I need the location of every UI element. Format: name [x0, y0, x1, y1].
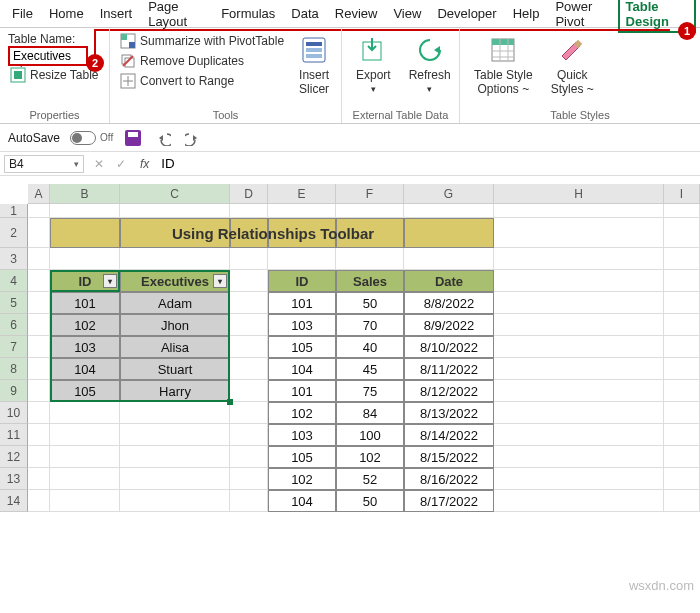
menu-developer[interactable]: Developer [429, 2, 504, 25]
cell-E11[interactable]: 103 [268, 424, 336, 446]
save-button[interactable] [123, 128, 143, 148]
menu-home[interactable]: Home [41, 2, 92, 25]
cell-E8[interactable]: 104 [268, 358, 336, 380]
row-header-12[interactable]: 12 [0, 446, 28, 468]
export-button[interactable]: Export ▾ [350, 32, 397, 107]
convert-range-button[interactable]: Convert to Range [118, 72, 286, 90]
cell-E12[interactable]: 105 [268, 446, 336, 468]
col-header-F[interactable]: F [336, 184, 404, 204]
col-header-I[interactable]: I [664, 184, 700, 204]
cell-A5[interactable] [28, 292, 50, 314]
cell-I14[interactable] [664, 490, 700, 512]
fx-enter-icon[interactable]: ✓ [110, 157, 132, 171]
cell-C13[interactable] [120, 468, 230, 490]
cell-G10[interactable]: 8/13/2022 [404, 402, 494, 424]
menu-insert[interactable]: Insert [92, 2, 141, 25]
cell-I3[interactable] [664, 248, 700, 270]
cell-H9[interactable] [494, 380, 664, 402]
name-box[interactable]: B4 ▾ [4, 155, 84, 173]
cell-G11[interactable]: 8/14/2022 [404, 424, 494, 446]
cell-C7[interactable]: Alisa [120, 336, 230, 358]
cell-H6[interactable] [494, 314, 664, 336]
cell-G7[interactable]: 8/10/2022 [404, 336, 494, 358]
cell-A11[interactable] [28, 424, 50, 446]
cell-I2[interactable] [664, 218, 700, 248]
row-header-13[interactable]: 13 [0, 468, 28, 490]
row-header-5[interactable]: 5 [0, 292, 28, 314]
cell-D12[interactable] [230, 446, 268, 468]
cell-G3[interactable] [404, 248, 494, 270]
cell-H1[interactable] [494, 204, 664, 218]
cell-A3[interactable] [28, 248, 50, 270]
cell-E13[interactable]: 102 [268, 468, 336, 490]
cell-A6[interactable] [28, 314, 50, 336]
cell-A10[interactable] [28, 402, 50, 424]
cell-H10[interactable] [494, 402, 664, 424]
menu-file[interactable]: File [4, 2, 41, 25]
cell-E14[interactable]: 104 [268, 490, 336, 512]
row-header-10[interactable]: 10 [0, 402, 28, 424]
cell-E7[interactable]: 105 [268, 336, 336, 358]
cell-F14[interactable]: 50 [336, 490, 404, 512]
cell-E10[interactable]: 102 [268, 402, 336, 424]
cell-A7[interactable] [28, 336, 50, 358]
row-header-14[interactable]: 14 [0, 490, 28, 512]
fill-handle[interactable] [227, 399, 233, 405]
cell-I9[interactable] [664, 380, 700, 402]
cell-B5[interactable]: 101 [50, 292, 120, 314]
menu-review[interactable]: Review [327, 2, 386, 25]
row-header-8[interactable]: 8 [0, 358, 28, 380]
row-header-11[interactable]: 11 [0, 424, 28, 446]
cell-A12[interactable] [28, 446, 50, 468]
cell-D14[interactable] [230, 490, 268, 512]
menu-formulas[interactable]: Formulas [213, 2, 283, 25]
row-header-2[interactable]: 2 [0, 218, 28, 248]
menu-help[interactable]: Help [505, 2, 548, 25]
col-header-B[interactable]: B [50, 184, 120, 204]
col-header-H[interactable]: H [494, 184, 664, 204]
cell-B14[interactable] [50, 490, 120, 512]
cell-B9[interactable]: 105 [50, 380, 120, 402]
menu-view[interactable]: View [385, 2, 429, 25]
filter-dropdown-icon[interactable]: ▾ [103, 274, 117, 288]
cell-D7[interactable] [230, 336, 268, 358]
cell-F4[interactable]: Sales [336, 270, 404, 292]
cell-G5[interactable]: 8/8/2022 [404, 292, 494, 314]
cell-E6[interactable]: 103 [268, 314, 336, 336]
cell-B13[interactable] [50, 468, 120, 490]
cell-D5[interactable] [230, 292, 268, 314]
cell-D3[interactable] [230, 248, 268, 270]
cell-H2[interactable] [494, 218, 664, 248]
table-name-input[interactable] [8, 46, 88, 66]
grid[interactable]: Using Relationships ToolbarID▾Executives… [28, 204, 700, 512]
cell-E3[interactable] [268, 248, 336, 270]
cell-F12[interactable]: 102 [336, 446, 404, 468]
cell-H8[interactable] [494, 358, 664, 380]
cell-B3[interactable] [50, 248, 120, 270]
cell-I10[interactable] [664, 402, 700, 424]
cell-F10[interactable]: 84 [336, 402, 404, 424]
cell-B8[interactable]: 104 [50, 358, 120, 380]
cell-A13[interactable] [28, 468, 50, 490]
cell-C14[interactable] [120, 490, 230, 512]
cell-H4[interactable] [494, 270, 664, 292]
col-header-C[interactable]: C [120, 184, 230, 204]
cell-H3[interactable] [494, 248, 664, 270]
cell-B12[interactable] [50, 446, 120, 468]
cell-D4[interactable] [230, 270, 268, 292]
cell-I5[interactable] [664, 292, 700, 314]
cell-E9[interactable]: 101 [268, 380, 336, 402]
cell-C12[interactable] [120, 446, 230, 468]
summarize-pivot-button[interactable]: Summarize with PivotTable [118, 32, 286, 50]
cell-I4[interactable] [664, 270, 700, 292]
cell-A8[interactable] [28, 358, 50, 380]
cell-H7[interactable] [494, 336, 664, 358]
cell-I6[interactable] [664, 314, 700, 336]
cell-I11[interactable] [664, 424, 700, 446]
cell-C5[interactable]: Adam [120, 292, 230, 314]
cell-G6[interactable]: 8/9/2022 [404, 314, 494, 336]
cell-E5[interactable]: 101 [268, 292, 336, 314]
cell-H12[interactable] [494, 446, 664, 468]
cell-H11[interactable] [494, 424, 664, 446]
cell-A4[interactable] [28, 270, 50, 292]
